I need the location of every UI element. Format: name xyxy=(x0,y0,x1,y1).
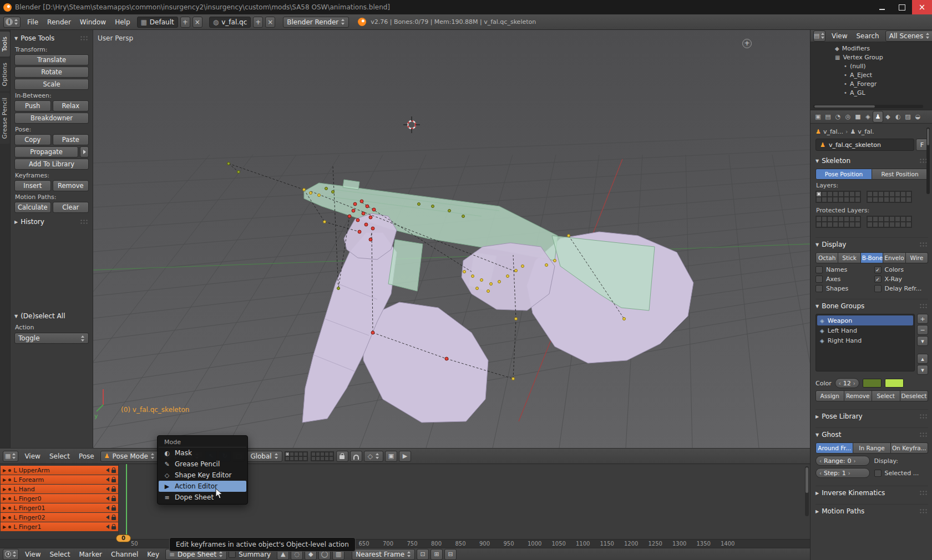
lock-icon[interactable] xyxy=(112,498,116,501)
seg-octah[interactable]: Octah xyxy=(816,252,838,263)
seg-on-keyfra-[interactable]: On Keyfra... xyxy=(891,442,928,454)
layer-cell[interactable] xyxy=(838,191,844,197)
layer-cell[interactable] xyxy=(325,456,329,461)
layer-cell[interactable] xyxy=(298,456,303,461)
checkbox[interactable] xyxy=(816,276,823,283)
seg-around-fr-[interactable]: Around Fr... xyxy=(816,442,853,454)
lock-icon[interactable] xyxy=(112,507,116,511)
region-expand-icon[interactable]: + xyxy=(742,39,752,48)
dope-menu-item[interactable]: Channel xyxy=(107,551,143,558)
panel-drag-dots-icon[interactable] xyxy=(919,432,928,437)
layer-cell[interactable] xyxy=(889,191,895,197)
outliner-menu-item[interactable]: View xyxy=(827,32,852,40)
deselect-button[interactable]: Deselect xyxy=(900,390,929,401)
tab-tools[interactable]: Tools xyxy=(0,32,10,57)
toggle-action-select[interactable]: Toggle xyxy=(14,333,89,344)
expand-triangle-icon[interactable]: ▶ xyxy=(3,468,6,473)
layer-cell[interactable] xyxy=(294,456,298,461)
layer-cell[interactable] xyxy=(884,197,889,202)
motion-paths-panel-header[interactable]: ▶ Motion Paths xyxy=(816,506,928,517)
ghost-step-spinner[interactable]: ‹ Step: 1 › xyxy=(816,468,870,478)
tab-render-layers[interactable]: ▤ xyxy=(823,111,833,122)
mute-speaker-icon[interactable] xyxy=(106,477,109,482)
layer-cell[interactable] xyxy=(900,216,906,222)
lock-icon[interactable] xyxy=(112,470,116,473)
layer-cell[interactable] xyxy=(889,197,895,202)
opengl-render-button[interactable]: ▣ xyxy=(385,451,397,462)
propagate-button[interactable]: Propagate xyxy=(14,146,78,157)
dope-menu-item[interactable]: Key xyxy=(143,551,164,558)
ghost-selected-checkbox[interactable] xyxy=(874,470,882,477)
dope-sheet-canvas[interactable]: ▶L UpperArm▶L Forearm▶L Hand▶L Finger0▶L… xyxy=(0,464,810,548)
layer-cell[interactable] xyxy=(855,222,860,227)
layer-cell[interactable] xyxy=(822,222,827,227)
copy-pose-button[interactable]: Copy xyxy=(14,134,51,145)
layer-cell[interactable] xyxy=(873,191,878,197)
layer-cell[interactable] xyxy=(884,222,889,227)
seg-wire[interactable]: Wire xyxy=(906,252,928,263)
layer-cell[interactable] xyxy=(325,452,329,456)
inverse-kinematics-panel-header[interactable]: ▶ Inverse Kinematics xyxy=(816,487,928,498)
skeleton-panel-header[interactable]: ▼ Skeleton xyxy=(816,155,928,166)
layer-cell[interactable] xyxy=(822,216,827,222)
mute-speaker-icon[interactable] xyxy=(106,468,109,472)
layer-cell[interactable] xyxy=(329,452,333,456)
dope-channel-row[interactable]: ▶L Hand xyxy=(1,485,118,493)
ghost-panel-header[interactable]: ▼ Ghost xyxy=(816,429,928,440)
render-engine-select[interactable]: Blender Render xyxy=(283,17,349,28)
tab-object[interactable]: ■ xyxy=(853,111,863,122)
dope-channel-row[interactable]: ▶L UpperArm xyxy=(1,466,118,475)
outliner-item[interactable]: ◆Modifiers xyxy=(811,44,932,53)
layer-cell[interactable] xyxy=(884,191,889,197)
tab-scene[interactable]: ◔ xyxy=(833,111,843,122)
seg-envelo[interactable]: Envelo xyxy=(883,252,905,263)
layer-cell[interactable] xyxy=(838,216,844,222)
layer-cell[interactable] xyxy=(311,452,316,456)
spinner-right-icon[interactable]: › xyxy=(854,458,856,464)
layer-cell[interactable] xyxy=(878,222,884,227)
propagate-menu-arrow[interactable] xyxy=(80,146,89,157)
scale-button[interactable]: Scale xyxy=(14,79,89,90)
checkbox[interactable] xyxy=(874,285,882,292)
add-layout-button[interactable]: + xyxy=(180,17,190,28)
add-to-library-button[interactable]: Add To Library xyxy=(14,159,89,170)
layer-cell[interactable] xyxy=(298,452,303,456)
layer-cell[interactable] xyxy=(833,197,838,202)
rest-position-button[interactable]: Rest Position xyxy=(872,169,928,180)
layer-cell[interactable] xyxy=(867,216,873,222)
layer-cell[interactable] xyxy=(827,216,833,222)
bone-groups-panel-header[interactable]: ▼ Bone Groups xyxy=(816,301,928,312)
layer-cell[interactable] xyxy=(838,197,844,202)
checkbox[interactable] xyxy=(816,285,823,292)
mute-speaker-icon[interactable] xyxy=(106,506,109,510)
dope-menu-item[interactable]: Select xyxy=(45,551,74,558)
spinner-left-icon[interactable]: ‹ xyxy=(839,380,841,386)
transform-orientation-select[interactable]: Global xyxy=(246,451,282,462)
spinner-left-icon[interactable]: ‹ xyxy=(819,470,822,476)
breadcrumb-data[interactable]: v_fal. xyxy=(858,128,874,135)
id-name-field[interactable]: ♟ v_fal.qc_skeleton xyxy=(816,139,914,151)
move-group-down-button[interactable]: ▾ xyxy=(917,365,928,375)
layer-cell[interactable] xyxy=(867,197,873,202)
lock-icon[interactable] xyxy=(112,488,116,492)
bone-group-row[interactable]: ◈Left Hand xyxy=(817,325,913,335)
layer-cell[interactable] xyxy=(290,456,294,461)
push-button[interactable]: Push xyxy=(14,100,51,111)
menu-item-mask[interactable]: ◐Mask xyxy=(159,447,246,459)
maximize-button[interactable] xyxy=(892,0,912,14)
pose-library-panel-header[interactable]: ▶ Pose Library xyxy=(816,411,928,422)
mute-speaker-icon[interactable] xyxy=(106,496,109,501)
panel-drag-dots-icon[interactable] xyxy=(919,508,928,514)
dope-channel-row[interactable]: ▶L Forearm xyxy=(1,475,118,484)
spinner-right-icon[interactable]: › xyxy=(853,380,855,386)
tab-material[interactable]: ◐ xyxy=(893,111,903,122)
outliner-item[interactable]: •A_GL xyxy=(811,88,932,97)
layer-cell[interactable] xyxy=(844,191,849,197)
layer-cell[interactable] xyxy=(849,191,855,197)
select-button[interactable]: Select xyxy=(872,390,900,401)
tab-render[interactable]: ▣ xyxy=(813,111,823,122)
layer-cell[interactable] xyxy=(900,197,906,202)
layer-cell[interactable] xyxy=(884,216,889,222)
layer-cell[interactable] xyxy=(895,216,900,222)
viewport-canvas[interactable]: y xyxy=(93,30,810,448)
